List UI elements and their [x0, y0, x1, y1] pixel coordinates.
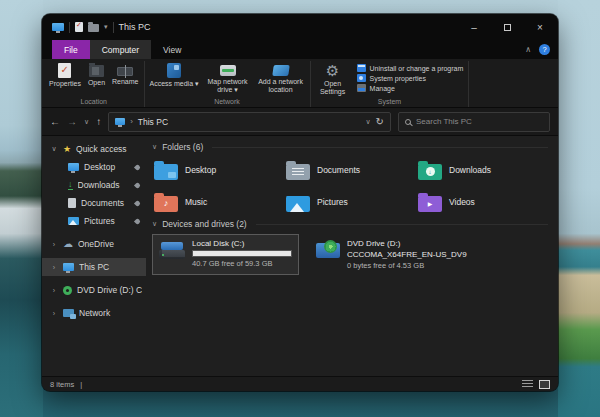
minimize-button[interactable]: –: [460, 16, 488, 38]
ribbon-group-location: Properties Open Rename Location: [44, 61, 145, 107]
sidebar-item-pictures[interactable]: Pictures: [42, 212, 146, 230]
properties-button[interactable]: Properties: [49, 62, 81, 88]
manage-button[interactable]: Manage: [357, 84, 464, 92]
map-network-drive-button[interactable]: Map network drive ▾: [206, 62, 250, 94]
tab-computer[interactable]: Computer: [90, 40, 151, 59]
dropdown-caret-icon: ▾: [234, 86, 238, 93]
expander-icon[interactable]: ∨: [50, 145, 58, 153]
group-label-network: Network: [150, 97, 305, 107]
properties-quick-icon[interactable]: [75, 22, 83, 32]
tab-row-spacer: [193, 40, 517, 59]
properties-icon: [58, 63, 71, 78]
forward-icon[interactable]: →: [67, 116, 77, 127]
tab-view[interactable]: View: [151, 40, 193, 59]
folder-tile-pictures[interactable]: Pictures: [284, 189, 416, 215]
divider: [69, 22, 70, 33]
collapse-section-icon[interactable]: ∨: [152, 220, 157, 228]
drive-name: Local Disk (C:): [192, 239, 292, 248]
rename-icon: [117, 67, 133, 76]
folder-tile-documents[interactable]: Documents: [284, 157, 416, 183]
address-dropdown-icon[interactable]: ∨: [365, 118, 370, 126]
expander-icon[interactable]: ›: [50, 264, 58, 271]
breadcrumb-separator-icon: ›: [130, 117, 133, 126]
open-settings-button[interactable]: ⚙ Open Settings: [316, 62, 350, 96]
navigation-bar: ← → ∨ ↑ › This PC ∨ ↻: [42, 108, 558, 136]
close-button[interactable]: ×: [526, 16, 554, 38]
window-title: This PC: [119, 22, 151, 32]
system-properties-icon: [357, 74, 366, 82]
this-pc-icon: [52, 23, 64, 31]
search-icon: [405, 119, 411, 125]
cloud-icon: ☁: [63, 239, 73, 249]
pictures-icon: [68, 217, 79, 225]
search-input[interactable]: [416, 117, 543, 126]
ribbon-group-network: Access media ▾ Map network drive ▾ Add a…: [145, 61, 311, 107]
folder-tile-videos[interactable]: ▶ Videos: [416, 189, 548, 215]
documents-icon: [68, 198, 76, 208]
local-disk-tile[interactable]: Local Disk (C:) 40.7 GB free of 59.3 GB: [152, 234, 299, 275]
dvd-disc-icon: [63, 286, 72, 295]
group-label-location: Location: [49, 97, 139, 107]
address-bar[interactable]: › This PC ∨ ↻: [108, 112, 391, 132]
this-pc-icon: [63, 263, 74, 271]
folders-section-header[interactable]: ∨ Folders (6): [152, 142, 548, 152]
sidebar-item-downloads[interactable]: ↓ Downloads: [42, 176, 146, 194]
sidebar-item-this-pc[interactable]: › This PC: [42, 258, 146, 276]
expander-icon[interactable]: ›: [50, 310, 58, 317]
pin-icon: [134, 199, 141, 206]
section-title: Folders (6): [162, 142, 203, 152]
help-icon[interactable]: ?: [539, 44, 550, 55]
title-bar: ▾ This PC – ×: [42, 14, 558, 40]
recent-locations-icon[interactable]: ∨: [84, 118, 89, 126]
ribbon-group-system: ⚙ Open Settings Uninstall or change a pr…: [311, 61, 470, 107]
folder-tile-desktop[interactable]: Desktop: [152, 157, 284, 183]
file-list-area: ∨ Folders (6) Desktop Documents ↓ Downlo…: [146, 136, 558, 376]
quick-access-toolbar-caret-icon[interactable]: ▾: [104, 23, 108, 31]
ribbon: Properties Open Rename Location Access m…: [42, 59, 558, 108]
sidebar-item-network[interactable]: › Network: [42, 304, 146, 322]
status-divider: |: [80, 380, 82, 389]
sidebar-item-dvd-drive[interactable]: › DVD Drive (D:) CCCO: [42, 281, 146, 299]
maximize-button[interactable]: [493, 16, 521, 38]
sidebar-item-quick-access[interactable]: ∨ ★ Quick access: [42, 140, 146, 158]
star-icon: ★: [63, 145, 71, 154]
access-media-icon: [167, 63, 181, 78]
access-media-button[interactable]: Access media ▾: [150, 62, 199, 88]
dropdown-caret-icon: ▾: [195, 80, 199, 87]
back-icon[interactable]: ←: [50, 116, 60, 127]
refresh-icon[interactable]: ↻: [376, 116, 384, 127]
drives-section-header[interactable]: ∨ Devices and drives (2): [152, 219, 548, 229]
add-network-location-button[interactable]: Add a network location: [257, 62, 305, 94]
collapse-section-icon[interactable]: ∨: [152, 143, 157, 151]
rename-button[interactable]: Rename: [112, 62, 138, 86]
sidebar-item-onedrive[interactable]: › ☁ OneDrive: [42, 235, 146, 253]
disk-usage-bar: [192, 250, 292, 257]
navigation-pane: ∨ ★ Quick access Desktop ↓ Downloads Doc…: [42, 136, 146, 376]
up-icon[interactable]: ↑: [96, 116, 101, 127]
large-icons-view-button[interactable]: [539, 380, 550, 389]
disc-icon: [324, 240, 337, 253]
expander-icon[interactable]: ›: [50, 241, 58, 248]
folder-tile-music[interactable]: ♪ Music: [152, 189, 284, 215]
sidebar-item-documents[interactable]: Documents: [42, 194, 146, 212]
new-folder-quick-icon[interactable]: [88, 24, 99, 32]
pin-icon: [134, 181, 141, 188]
map-network-drive-icon: [220, 65, 236, 76]
system-properties-button[interactable]: System properties: [357, 74, 464, 82]
tab-file[interactable]: File: [52, 40, 90, 59]
drive-name: DVD Drive (D:): [347, 239, 467, 248]
uninstall-program-button[interactable]: Uninstall or change a program: [357, 64, 464, 72]
desktop-folder-icon: [154, 164, 178, 180]
expander-icon[interactable]: ›: [50, 287, 58, 294]
breadcrumb[interactable]: This PC: [138, 117, 168, 127]
collapse-ribbon-icon[interactable]: ∧: [517, 40, 539, 59]
details-view-button[interactable]: [522, 380, 533, 389]
dvd-drive-tile[interactable]: DVD Drive (D:) CCCOMA_X64FRE_EN-US_DV9 0…: [309, 234, 474, 275]
documents-folder-icon: [286, 164, 310, 180]
folder-tile-downloads[interactable]: ↓ Downloads: [416, 157, 548, 183]
open-button[interactable]: Open: [88, 62, 105, 87]
open-folder-icon: [89, 65, 104, 77]
sidebar-item-desktop[interactable]: Desktop: [42, 158, 146, 176]
downloads-folder-icon: ↓: [418, 164, 442, 180]
search-box[interactable]: [398, 112, 550, 132]
